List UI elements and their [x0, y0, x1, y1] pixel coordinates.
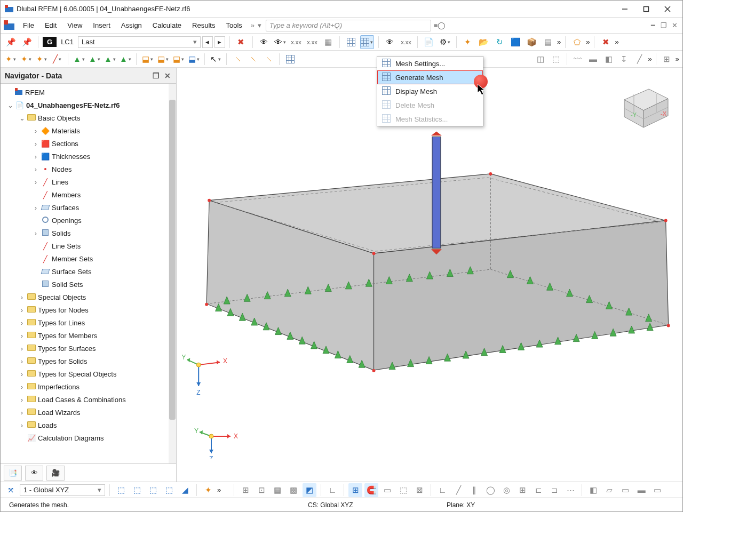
st-grid-2[interactable]: ⊡ — [255, 483, 268, 497]
t2-shape-1[interactable]: ◫ — [534, 52, 547, 66]
st-grid-5[interactable]: ◩ — [303, 483, 316, 497]
st-plane1[interactable]: ▱ — [602, 483, 616, 497]
viewport-3d[interactable]: X Y Z -X -Y — [177, 68, 682, 482]
menu-insert[interactable]: Insert — [88, 19, 116, 31]
menu-view[interactable]: View — [62, 19, 88, 31]
t2-edge[interactable]: ╱ — [633, 52, 647, 66]
toolbar2-overflow2-icon[interactable]: » — [676, 55, 679, 63]
menu-item-mesh-settings[interactable]: Mesh Settings... — [377, 57, 483, 70]
tree-folder[interactable]: ›Types for Special Objects — [3, 367, 176, 380]
st-angle2[interactable]: ∟ — [435, 483, 449, 497]
tree-basic-objects[interactable]: ⌄ Basic Objects — [3, 111, 176, 124]
orientation-gizmo[interactable]: -X -Y — [615, 76, 674, 137]
tool-flag-delete[interactable]: ✖ — [234, 35, 248, 49]
st-grid-3[interactable]: ▦ — [271, 483, 284, 497]
loadcase-select[interactable]: Last ▾ — [78, 36, 201, 48]
st-snap-x[interactable]: ⊠ — [412, 483, 426, 497]
t2-grid-toggle[interactable]: ⊞ — [660, 52, 674, 66]
t2-dash-2[interactable]: ⟍ — [246, 52, 260, 66]
t2-support-3[interactable]: ▲ — [103, 52, 117, 66]
st-angle[interactable]: ∟ — [325, 483, 339, 497]
tool-select-poly[interactable]: ⬠ — [570, 35, 584, 49]
tool-report[interactable]: 📄 — [422, 35, 436, 49]
t2-support-4[interactable]: ▲ — [118, 52, 132, 66]
mdi-close-icon[interactable]: ✕ — [670, 21, 679, 29]
tree-folder[interactable]: ›Types for Lines — [3, 316, 176, 329]
t2-support-1[interactable]: ▲ — [72, 52, 86, 66]
t2-shape-2[interactable]: ⬚ — [549, 52, 563, 66]
tool-mesh-dropdown[interactable] — [360, 35, 374, 49]
t2-dash-1[interactable]: ⟍ — [231, 52, 244, 66]
t2-arrow-down[interactable]: ↧ — [617, 52, 631, 66]
st-b3[interactable]: ⬚ — [146, 483, 160, 497]
scrollbar-thumb[interactable] — [169, 100, 176, 420]
tool-box-orange[interactable]: 📦 — [525, 35, 539, 49]
st-b5[interactable]: ◢ — [178, 483, 192, 497]
st-cube[interactable]: ◧ — [586, 483, 600, 497]
menu-calculate[interactable]: Calculate — [147, 19, 187, 31]
st-snap-rect[interactable]: ▭ — [380, 483, 394, 497]
tool-report-more[interactable]: ⚙ — [438, 35, 452, 49]
tree-folder[interactable]: ›Types for Solids — [3, 355, 176, 367]
st-snap-diag[interactable]: ⬚ — [396, 483, 410, 497]
search-filter-icon[interactable]: ≡◯ — [433, 21, 446, 29]
t2-star-3[interactable]: ✦ — [35, 52, 49, 66]
collapse-icon[interactable]: ⌄ — [18, 114, 26, 122]
tree-item-surfaces[interactable]: ›Surfaces — [3, 201, 176, 214]
mdi-restore-icon[interactable]: ❐ — [659, 21, 669, 29]
tree-root[interactable]: RFEM — [3, 86, 176, 99]
t2-star-1[interactable]: ✦ — [4, 52, 18, 66]
tree-item-membersets[interactable]: Member Sets — [3, 252, 176, 265]
st-end2[interactable]: ⊐ — [547, 483, 561, 497]
toolbar1-overflow3-icon[interactable]: » — [615, 38, 618, 46]
st-overflow-icon[interactable]: » — [217, 486, 221, 494]
t2-cube[interactable]: ◧ — [602, 52, 616, 66]
tool-refresh[interactable]: ↻ — [493, 35, 507, 49]
st-grid-1[interactable]: ⊞ — [239, 483, 252, 497]
menu-item-generate-mesh[interactable]: Generate Mesh — [377, 70, 483, 84]
tree-item-nodes[interactable]: ›Nodes — [3, 163, 176, 175]
st-b4[interactable]: ⬚ — [162, 483, 176, 497]
st-cs-icon[interactable]: ⤧ — [4, 483, 18, 497]
st-ring[interactable]: ◎ — [499, 483, 513, 497]
st-end1[interactable]: ⊏ — [531, 483, 545, 497]
st-circle[interactable]: ◯ — [483, 483, 497, 497]
t2-curve[interactable]: 〰 — [571, 52, 585, 66]
tree-folder[interactable]: ›Load Cases & Combinations — [3, 393, 176, 406]
tree-item-sections[interactable]: ›🟥Sections — [3, 137, 176, 150]
tree-item-openings[interactable]: Openings — [3, 214, 176, 227]
menu-file[interactable]: File — [18, 19, 39, 31]
tree-folder[interactable]: ›Loads — [3, 419, 176, 431]
tree-file[interactable]: ⌄ 📄 04_UnabhaengesFE-Netz.rf6 — [3, 99, 176, 111]
loadcase-prev-button[interactable]: ◂ — [202, 36, 213, 48]
st-plane2[interactable]: ▭ — [618, 483, 632, 497]
st-grid-fine[interactable]: ⊞ — [515, 483, 529, 497]
search-input[interactable]: Type a keyword (Alt+Q) — [266, 20, 431, 31]
t2-box-2[interactable]: ⬓ — [156, 52, 170, 66]
panel-close-icon[interactable]: ✕ — [163, 71, 172, 80]
tree-folder[interactable]: ›Special Objects — [3, 291, 176, 303]
t2-grid-icon[interactable] — [283, 52, 297, 66]
st-b2[interactable]: ⬚ — [130, 483, 144, 497]
tree-folder[interactable]: ›Types for Surfaces — [3, 342, 176, 355]
tree-item-lines[interactable]: ›Lines — [3, 175, 176, 188]
t2-dash-3[interactable]: ⟍ — [261, 52, 275, 66]
tool-dim-xxx[interactable]: x.xx — [289, 35, 303, 49]
tree-folder[interactable]: ›Load Wizards — [3, 406, 176, 419]
toolbar1-overflow2-icon[interactable]: » — [586, 38, 590, 46]
tool-dim-xxx2[interactable]: x.xx — [305, 35, 319, 49]
st-b1[interactable]: ⬚ — [114, 483, 128, 497]
tree-item-surfacesets[interactable]: Surface Sets — [3, 265, 176, 278]
tool-clear-x[interactable]: ✖ — [599, 35, 613, 49]
nav-tab-display[interactable]: 👁 — [25, 466, 43, 481]
tool-pushpin-2[interactable]: 📌 — [20, 35, 34, 49]
tool-hatch[interactable]: ▦ — [321, 35, 335, 49]
tree-item-materials[interactable]: ›🔶Materials — [3, 124, 176, 137]
tool-mesh-settings[interactable] — [344, 35, 358, 49]
st-line[interactable]: ╱ — [451, 483, 465, 497]
nav-tab-data[interactable]: 📑 — [4, 466, 22, 481]
st-snap-magnet[interactable]: 🧲 — [364, 483, 378, 497]
chevron-down-icon[interactable]: ▾ — [258, 21, 261, 29]
tree-folder[interactable]: 📈Calculation Diagrams — [3, 431, 176, 444]
tree-folder[interactable]: ›Types for Members — [3, 329, 176, 342]
